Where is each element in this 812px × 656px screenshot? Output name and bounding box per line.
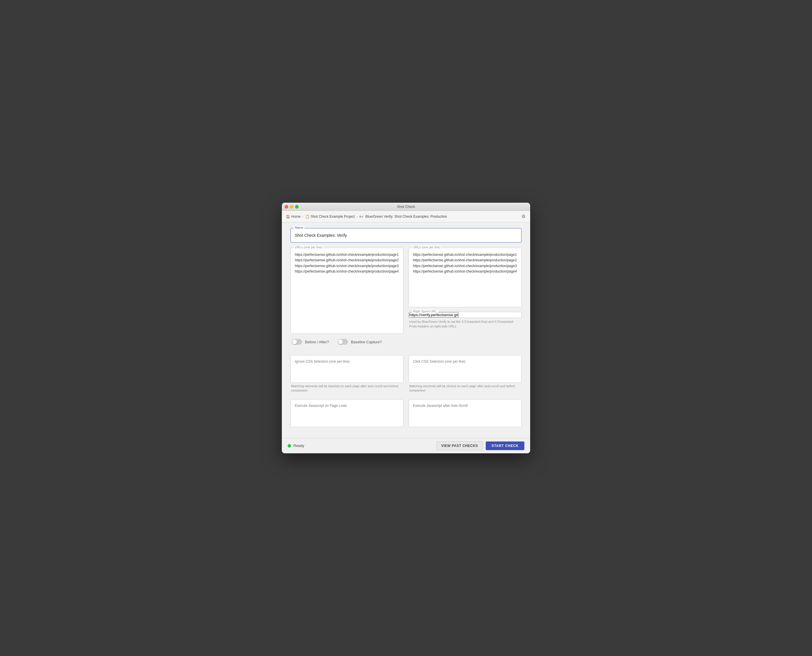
toggles-and-empty: Before / After? Baseline Capture? (291, 339, 521, 350)
breadcrumb-project-label: Shot Check Example Project (311, 215, 355, 218)
right-empty (408, 339, 521, 350)
close-button[interactable] (285, 205, 288, 209)
window-title: Shot Check (397, 205, 415, 209)
status-text: Ready (293, 444, 304, 448)
right-urls-textarea[interactable]: https://perfectsense.github.io/shot-chec… (409, 248, 521, 306)
view-past-checks-button[interactable]: VIEW PAST CHECKS (436, 441, 483, 450)
name-input[interactable] (295, 232, 517, 238)
title-bar: Shot Check (282, 203, 530, 211)
left-urls-legend: URLs (one per line) (294, 245, 323, 249)
before-after-label: Before / After? (305, 340, 329, 344)
traffic-lights (285, 205, 299, 209)
page-icon: ≡✓ (359, 215, 364, 218)
ignore-css-textarea[interactable] (291, 356, 403, 381)
before-after-toggle-group: Before / After? (292, 339, 329, 345)
right-col: URLs (one per line) https://perfectsense… (408, 248, 521, 334)
click-css-fieldset (408, 355, 521, 383)
settings-button[interactable]: ⚙ (521, 214, 526, 219)
click-css-textarea[interactable] (409, 356, 521, 381)
toggles-row: Before / After? Baseline Capture? (291, 339, 404, 345)
right-urls-fieldset: URLs (one per line) https://perfectsense… (408, 248, 521, 307)
left-urls-textarea[interactable]: https://perfectsense.github.io/shot-chec… (291, 248, 403, 306)
click-css-helper: Matching elements will be clicked on eac… (408, 384, 521, 393)
ignore-css-helper: Matching elements will be blanked on eac… (291, 384, 404, 393)
ignore-css-fieldset (291, 355, 404, 383)
spoof-url-legend: Right Spoof URL (412, 309, 438, 313)
breadcrumb-sep-1: › (302, 215, 303, 218)
left-urls-fieldset: URLs (one per line) https://perfectsense… (291, 248, 404, 334)
right-urls-legend: URLs (one per line) (412, 245, 441, 249)
name-legend: Name (294, 226, 304, 229)
start-check-button[interactable]: START CHECK (486, 441, 524, 450)
breadcrumb-home[interactable]: 🏠 Home (286, 215, 301, 218)
minimize-button[interactable] (290, 205, 293, 209)
name-fieldset: Name (291, 228, 521, 243)
baseline-capture-label: Baseline Capture? (351, 340, 382, 344)
execute-js-scroll-fieldset (408, 399, 521, 427)
breadcrumb-sep-2: › (356, 215, 357, 218)
breadcrumb-project[interactable]: 📋 Shot Check Example Project (305, 215, 355, 218)
status-dot (288, 444, 291, 447)
maximize-button[interactable] (295, 205, 299, 209)
breadcrumb-home-label: Home (291, 215, 301, 218)
home-icon: 🏠 (286, 215, 290, 218)
status-indicator: Ready (288, 444, 304, 448)
execute-js-load-fieldset (291, 399, 404, 427)
css-selectors-row: Matching elements will be blanked on eac… (291, 355, 521, 398)
baseline-capture-toggle[interactable] (337, 339, 348, 345)
execute-js-scroll-textarea[interactable] (409, 399, 521, 425)
footer-bar: Ready VIEW PAST CHECKS START CHECK (282, 438, 530, 453)
footer-buttons: VIEW PAST CHECKS START CHECK (436, 441, 524, 450)
spoof-url-fieldset: Right Spoof URL (408, 312, 521, 318)
ignore-css-col: Matching elements will be blanked on eac… (291, 355, 404, 398)
nav-bar: 🏠 Home › 📋 Shot Check Example Project › … (282, 211, 530, 222)
before-after-toggle[interactable] (292, 339, 302, 345)
app-window: Shot Check 🏠 Home › 📋 Shot Check Example… (282, 203, 530, 453)
breadcrumb: 🏠 Home › 📋 Shot Check Example Project › … (286, 215, 447, 218)
breadcrumb-current[interactable]: ≡✓ Blue/Green Verify: Shot Check Example… (359, 215, 447, 218)
spoof-url-helper: Used by Blue/Green Verify to set the X-F… (408, 320, 521, 329)
click-css-col: Matching elements will be clicked on eac… (408, 355, 521, 398)
breadcrumb-current-label: Blue/Green Verify: Shot Check Examples: … (365, 215, 447, 218)
execute-js-row (291, 399, 521, 427)
main-content: Name URLs (one per line) https://perfect… (282, 222, 530, 438)
url-columns: URLs (one per line) https://perfectsense… (291, 248, 521, 334)
execute-js-load-textarea[interactable] (291, 399, 403, 425)
project-icon: 📋 (305, 215, 309, 218)
baseline-capture-toggle-group: Baseline Capture? (337, 339, 382, 345)
